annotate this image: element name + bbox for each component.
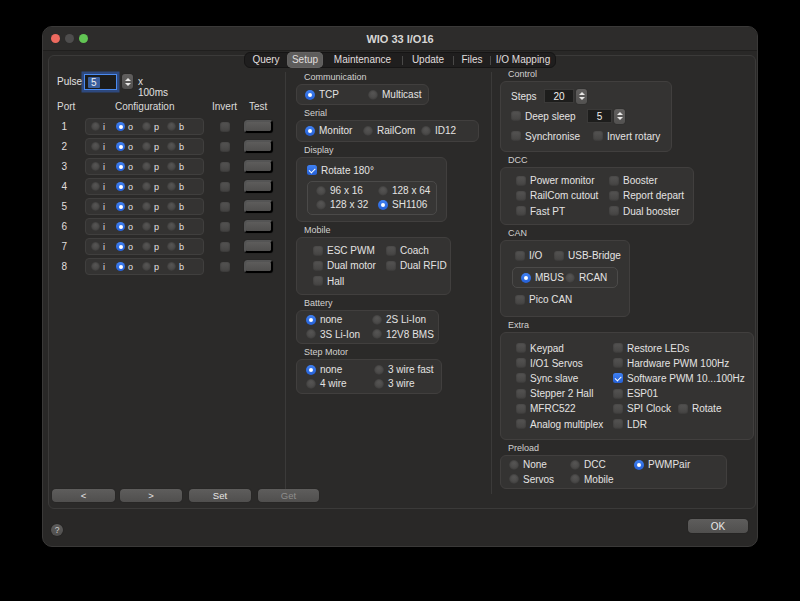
checkbox-booster[interactable] [609,176,619,186]
checkbox-power-monitor[interactable] [516,176,526,186]
checkbox-invert-rotary[interactable] [593,131,603,141]
checkbox-analog-multiplex[interactable] [516,419,526,429]
stepper-up-icon[interactable] [617,112,623,115]
checkbox-software-pwm-10-100hz[interactable] [613,373,623,383]
invert-checkbox-port-8[interactable] [220,262,230,272]
invert-checkbox-port-6[interactable] [220,222,230,232]
radio-b[interactable] [167,122,176,131]
radio-o[interactable] [116,262,125,271]
radio-rcan[interactable] [565,273,575,283]
checkbox-usb-bridge[interactable] [554,251,564,261]
radio-b[interactable] [167,202,176,211]
radio-128-x-32[interactable] [316,200,326,210]
radio-3s-li-ion[interactable] [306,329,316,339]
checkbox-stepper-2-hall[interactable] [516,389,526,399]
checkbox-i-o1-servos[interactable] [516,358,526,368]
checkbox-hall[interactable] [313,276,323,286]
invert-checkbox-port-3[interactable] [220,162,230,172]
ok-button[interactable]: OK [688,519,748,533]
test-button-port-1[interactable] [244,120,273,133]
tab-files[interactable]: Files [454,52,490,68]
radio-p[interactable] [142,142,151,151]
radio-o[interactable] [116,162,125,171]
radio-o[interactable] [116,202,125,211]
checkbox-keypad[interactable] [516,343,526,353]
radio-multicast[interactable] [368,90,378,100]
radio-12v8-bms[interactable] [372,329,382,339]
stepper-down-icon[interactable] [125,83,131,86]
invert-checkbox-port-4[interactable] [220,182,230,192]
test-button-port-6[interactable] [244,220,273,233]
radio-o[interactable] [116,242,125,251]
radio-3-wire[interactable] [374,379,384,389]
test-button-port-8[interactable] [244,260,273,273]
radio-96-x-16[interactable] [316,186,326,196]
stepper-up-icon[interactable] [125,78,131,81]
stepper-up-icon[interactable] [579,92,585,95]
deep-sleep-field[interactable]: 5 [587,109,612,123]
test-button-port-2[interactable] [244,140,273,153]
radio-mobile[interactable] [570,474,580,484]
radio-i[interactable] [91,142,100,151]
test-button-port-3[interactable] [244,160,273,173]
radio-p[interactable] [142,202,151,211]
prev-button[interactable]: < [52,489,115,502]
checkbox-ldr[interactable] [613,419,623,429]
radio-mbus[interactable] [521,273,531,283]
titlebar[interactable]: WIO 33 I/O16 [43,27,757,51]
invert-checkbox-port-7[interactable] [220,242,230,252]
invert-checkbox-port-2[interactable] [220,142,230,152]
radio-pwmpair[interactable] [634,460,644,470]
steps-field[interactable]: 20 [544,89,574,103]
radio-o[interactable] [116,122,125,131]
next-button[interactable]: > [120,489,182,502]
checkbox-railcom-cutout[interactable] [516,191,526,201]
checkbox-rotate[interactable] [678,404,688,414]
radio-p[interactable] [142,122,151,131]
get-button[interactable]: Get [258,489,319,502]
radio-b[interactable] [167,162,176,171]
radio-tcp[interactable] [305,90,315,100]
radio-b[interactable] [167,182,176,191]
deep-sleep-stepper[interactable] [614,109,625,124]
stepper-down-icon[interactable] [617,117,623,120]
checkbox-hardware-pwm-100hz[interactable] [613,358,623,368]
checkbox-dual-rfid[interactable] [386,261,396,271]
checkbox-restore-leds[interactable] [613,343,623,353]
checkbox-deep-sleep[interactable] [511,111,521,121]
checkbox-esp01[interactable] [613,389,623,399]
tab-update[interactable]: Update [403,52,453,68]
radio-none[interactable] [306,365,316,375]
help-button[interactable]: ? [51,524,63,536]
radio-p[interactable] [142,222,151,231]
checkbox-sync-slave[interactable] [516,373,526,383]
radio-p[interactable] [142,162,151,171]
checkbox-esc-pwm[interactable] [313,246,323,256]
radio-3-wire-fast[interactable] [374,365,384,375]
checkbox-report-depart[interactable] [609,191,619,201]
radio-p[interactable] [142,242,151,251]
radio-b[interactable] [167,242,176,251]
radio-o[interactable] [116,182,125,191]
tab-maintenance[interactable]: Maintenance [323,52,402,68]
radio-b[interactable] [167,222,176,231]
radio-b[interactable] [167,262,176,271]
radio-2s-li-ion[interactable] [372,315,382,325]
tab-setup[interactable]: Setup [287,52,323,68]
radio-dcc[interactable] [570,460,580,470]
radio-monitor[interactable] [305,126,315,136]
radio-p[interactable] [142,262,151,271]
stepper-down-icon[interactable] [579,97,585,100]
checkbox-coach[interactable] [386,246,396,256]
invert-checkbox-port-5[interactable] [220,202,230,212]
radio-id12[interactable] [421,126,431,136]
radio-i[interactable] [91,242,100,251]
pulse-input[interactable]: 5 [84,74,117,90]
checkbox-i-o[interactable] [515,251,525,261]
radio-b[interactable] [167,142,176,151]
checkbox-mfrc522[interactable] [516,404,526,414]
set-button[interactable]: Set [189,489,251,502]
radio-p[interactable] [142,182,151,191]
radio-none[interactable] [306,315,316,325]
tab-query[interactable]: Query [245,52,287,68]
